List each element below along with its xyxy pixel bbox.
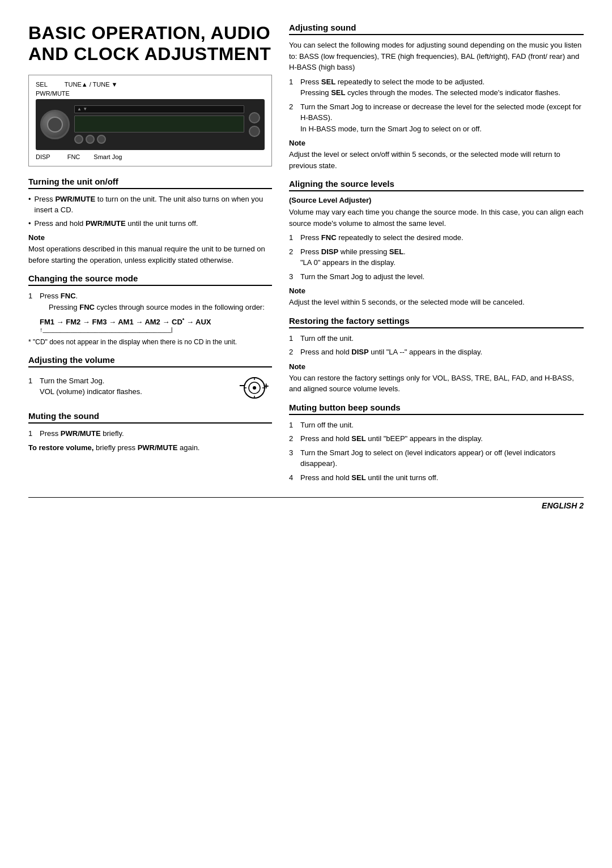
adj-sound-intro: You can select the following modes for a…: [289, 40, 584, 73]
beep-content: 1 Turn off the unit. 2 Press and hold SE…: [289, 420, 584, 484]
step-num-1: 1: [28, 290, 35, 313]
source-mode-content: 1 Press FNC. Pressing FNC cycles through…: [28, 290, 272, 347]
device-bottom-row: [74, 135, 244, 144]
device-cd-slot: ▲ ▼: [74, 105, 244, 113]
device-diagram: SEL TUNE▲ / TUNE ▼ PWR/MUTE ▲ ▼: [28, 75, 272, 166]
section-title-muting: Muting the sound: [28, 411, 272, 424]
vol-step-content: Turn the Smart Jog. VOL (volume) indicat…: [40, 375, 231, 397]
sl-step-sub-2: "LA 0" appears in the display.: [300, 258, 396, 267]
bullet-2: • Press and hold PWR/MUTE until the unit…: [28, 218, 272, 229]
smart-jog-icon: − +: [238, 372, 272, 403]
sl-step-3: 3 Turn the Smart Jog to adjust the level…: [289, 271, 584, 283]
page-footer: ENGLISH 2: [28, 497, 584, 510]
vol-text: 1 Turn the Smart Jog. VOL (volume) indic…: [28, 375, 231, 400]
beep-step-1: 1 Turn off the unit.: [289, 420, 584, 431]
adj-step-1: 1 Press SEL repeatedly to select the mod…: [289, 76, 584, 99]
section-title-adj-sound: Adjusting sound: [289, 23, 584, 35]
device-right-btn-1: [249, 112, 260, 123]
beep-step-content-2: Press and hold SEL until "bEEP" appears …: [300, 433, 584, 444]
source-levels-content: (Source Level Adjuster) Volume may vary …: [289, 196, 584, 308]
restore-volume-text: To restore volume, briefly press PWR/MUT…: [28, 442, 272, 454]
factory-step-1: 1 Turn off the unit.: [289, 333, 584, 344]
factory-step-num-2: 2: [289, 347, 296, 358]
adj-step-num-2: 2: [289, 101, 296, 135]
device-btn-3: [97, 135, 106, 144]
page-title: BASIC OPERATION, AUDIO AND CLOCK ADJUSTM…: [28, 23, 272, 65]
beep-step-num-4: 4: [289, 472, 296, 484]
bullet-dot-1: •: [28, 194, 31, 216]
beep-steps: 1 Turn off the unit. 2 Press and hold SE…: [289, 420, 584, 484]
muting-step-num: 1: [28, 428, 35, 439]
beep-step-3: 3 Turn the Smart Jog to select on (level…: [289, 447, 584, 469]
vol-sub: VOL (volume) indicator flashes.: [40, 387, 142, 396]
bullet-dot-2: •: [28, 218, 31, 229]
section-title-volume: Adjusting the volume: [28, 355, 272, 367]
beep-step-num-1: 1: [289, 420, 296, 431]
source-mode-steps: 1 Press FNC. Pressing FNC cycles through…: [28, 290, 272, 313]
adj-sound-content: You can select the following modes for a…: [289, 40, 584, 171]
factory-step-content-2: Press and hold DISP until "LA --" appear…: [300, 347, 584, 358]
factory-steps: 1 Turn off the unit. 2 Press and hold DI…: [289, 333, 584, 358]
turning-unit-content: • Press PWR/MUTE to turn on the unit. Th…: [28, 194, 272, 266]
device-labels-bottom: DISP FNC Smart Jog: [36, 153, 265, 160]
source-step-1: 1 Press FNC. Pressing FNC cycles through…: [28, 290, 272, 313]
adj-sound-note-label: Note: [289, 139, 584, 147]
adj-sound-note-text: Adjust the level or select on/off within…: [289, 149, 584, 171]
note-label-turning: Note: [28, 233, 272, 242]
beep-step-content-4: Press and hold SEL until the unit turns …: [300, 472, 584, 484]
bullet-text-2: Press and hold PWR/MUTE until the unit t…: [35, 218, 198, 229]
source-chain-text: FM1 → FM2 → FM3 → AM1 → AM2 → CD* → AUX: [40, 318, 211, 326]
beep-step-content-1: Turn off the unit.: [300, 420, 584, 431]
beep-step-num-2: 2: [289, 433, 296, 444]
label-disp: DISP: [36, 153, 50, 160]
footer-text: ENGLISH 2: [542, 501, 584, 510]
right-column: Adjusting sound You can select the follo…: [289, 23, 584, 486]
note-text-turning: Most operations described in this manual…: [28, 243, 272, 266]
source-chain-wrap: FM1 → FM2 → FM3 → AM1 → AM2 → CD* → AUX …: [28, 317, 272, 333]
muting-content: 1 Press PWR/MUTE briefly. To restore vol…: [28, 428, 272, 453]
beep-step-2: 2 Press and hold SEL until "bEEP" appear…: [289, 433, 584, 444]
device-labels-top: SEL TUNE▲ / TUNE ▼: [36, 81, 265, 88]
svg-point-4: [253, 386, 256, 390]
device-knob: [40, 110, 70, 139]
sl-step-num-1: 1: [289, 232, 296, 243]
step-content-1: Press FNC. Pressing FNC cycles through s…: [40, 290, 272, 313]
device-body: ▲ ▼: [36, 99, 265, 150]
vol-section-content: 1 Turn the Smart Jog. VOL (volume) indic…: [28, 372, 272, 403]
adj-step-sub-1: Pressing SEL cycles through the modes. T…: [300, 88, 560, 97]
sl-note-label: Note: [289, 287, 584, 295]
source-footnote: * "CD" does not appear in the display wh…: [28, 337, 272, 347]
label-sel: SEL: [36, 81, 48, 88]
sl-step-1: 1 Press FNC repeatedly to select the des…: [289, 232, 584, 243]
device-right-buttons: [249, 112, 260, 137]
sl-step-num-3: 3: [289, 271, 296, 283]
label-smart-jog: Smart Jog: [94, 153, 122, 160]
sl-step-content-2: Press DISP while pressing SEL. "LA 0" ap…: [300, 246, 584, 268]
device-btn-1: [74, 135, 83, 144]
beep-step-4: 4 Press and hold SEL until the unit turn…: [289, 472, 584, 484]
adj-step-content-1: Press SEL repeatedly to select the mode …: [300, 76, 584, 99]
bullet-text-1: Press PWR/MUTE to turn on the unit. The …: [35, 194, 272, 216]
source-level-sub-heading: (Source Level Adjuster): [289, 196, 584, 204]
label-pwrmute: PWR/MUTE: [36, 90, 265, 97]
adj-step-2: 2 Turn the Smart Jog to increase or decr…: [289, 101, 584, 135]
factory-note-label: Note: [289, 362, 584, 371]
factory-step-2: 2 Press and hold DISP until "LA --" appe…: [289, 347, 584, 358]
muting-step-1: 1 Press PWR/MUTE briefly.: [28, 428, 272, 439]
sl-step-content-1: Press FNC repeatedly to select the desir…: [300, 232, 584, 243]
factory-content: 1 Turn off the unit. 2 Press and hold DI…: [289, 333, 584, 395]
step-sub-1: Pressing FNC cycles through source modes…: [40, 302, 272, 313]
page-container: BASIC OPERATION, AUDIO AND CLOCK ADJUSTM…: [28, 23, 584, 510]
device-right-btn-2: [249, 126, 260, 137]
beep-step-content-3: Turn the Smart Jog to select on (level i…: [300, 447, 584, 469]
section-title-beep: Muting button beep sounds: [289, 403, 584, 415]
label-tune: TUNE▲ / TUNE ▼: [65, 81, 118, 88]
smart-jog-svg: − +: [238, 372, 271, 403]
volume-content: 1 Turn the Smart Jog. VOL (volume) indic…: [28, 372, 272, 403]
sl-step-num-2: 2: [289, 246, 296, 268]
vol-step-1: 1 Turn the Smart Jog. VOL (volume) indic…: [28, 375, 231, 397]
muting-step-content: Press PWR/MUTE briefly.: [40, 428, 272, 439]
device-knob-inner: [47, 117, 63, 132]
muting-steps: 1 Press PWR/MUTE briefly.: [28, 428, 272, 439]
device-center: ▲ ▼: [74, 105, 244, 144]
